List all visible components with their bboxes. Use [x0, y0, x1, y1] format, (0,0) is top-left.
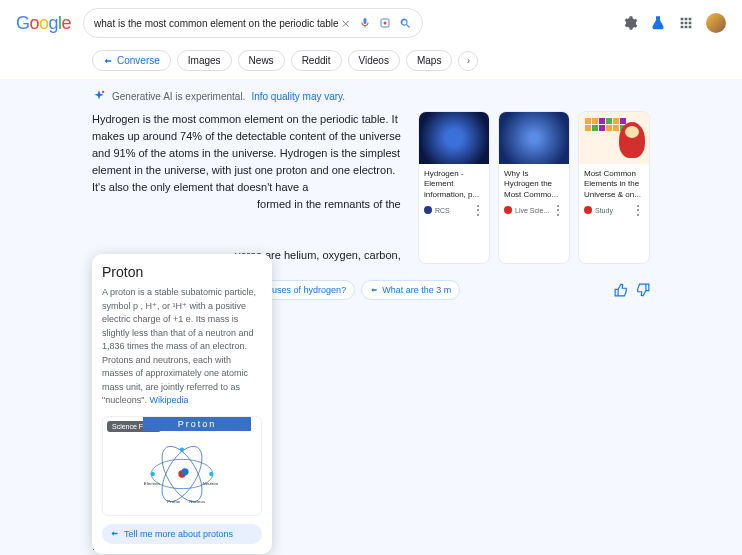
search-input[interactable] [94, 18, 340, 29]
google-logo[interactable]: Google [16, 13, 71, 34]
source-card[interactable]: Why Is Hydrogen the Most Commo... Live S… [498, 111, 570, 264]
header: Google [0, 0, 742, 46]
avatar[interactable] [706, 13, 726, 33]
chip-images[interactable]: Images [177, 50, 232, 71]
card-menu-icon[interactable]: ⋮ [632, 203, 644, 217]
ai-answer-text: Hydrogen is the most common element on t… [92, 111, 402, 264]
main-content: Generative AI is experimental. Info qual… [0, 79, 742, 555]
filter-chips: Converse Images News Reddit Videos Maps … [0, 46, 742, 75]
sparkle-icon [92, 89, 106, 103]
mic-icon[interactable] [359, 17, 371, 29]
search-box[interactable] [83, 8, 423, 38]
card-thumbnail [499, 112, 569, 164]
image-title: Proton [143, 417, 251, 431]
generative-header: Generative AI is experimental. Info qual… [92, 89, 650, 103]
card-title: Why Is Hydrogen the Most Commo... [499, 164, 569, 200]
card-thumbnail [419, 112, 489, 164]
popover-body: A proton is a stable subatomic particle,… [102, 286, 262, 408]
chip-videos[interactable]: Videos [348, 50, 400, 71]
gear-icon[interactable] [622, 15, 638, 31]
card-title: Hydrogen - Element information, p... [419, 164, 489, 200]
chip-reddit[interactable]: Reddit [291, 50, 342, 71]
clear-icon[interactable] [340, 18, 351, 29]
card-title: Most Common Elements in the Universe & o… [579, 164, 649, 200]
source-card[interactable]: Hydrogen - Element information, p... RCS… [418, 111, 490, 264]
entity-popover: Proton A proton is a stable subatomic pa… [92, 254, 272, 554]
atom-diagram: Electron Neutron Proton Nucleus [137, 441, 227, 507]
more-filters-icon[interactable]: › [458, 51, 478, 71]
card-menu-icon[interactable]: ⋮ [472, 203, 484, 217]
svg-point-9 [209, 471, 213, 475]
source-cards: Hydrogen - Element information, p... RCS… [418, 111, 650, 264]
tell-me-more-button[interactable]: Tell me more about protons [102, 524, 262, 544]
card-thumbnail [579, 112, 649, 164]
search-icon[interactable] [399, 17, 412, 30]
gen-exp-text: Generative AI is experimental. [112, 91, 245, 102]
chip-news[interactable]: News [238, 50, 285, 71]
svg-text:Proton: Proton [167, 499, 180, 504]
chip-converse[interactable]: Converse [92, 50, 171, 71]
svg-text:Electron: Electron [144, 481, 161, 486]
lens-icon[interactable] [379, 17, 391, 29]
svg-point-1 [384, 22, 387, 25]
header-actions [622, 13, 726, 33]
apps-icon[interactable] [678, 15, 694, 31]
svg-point-2 [102, 91, 104, 93]
thumbs-up-icon[interactable] [614, 283, 628, 297]
popover-image: Science Facts Proton Electron Neutron Pr… [102, 416, 262, 516]
card-menu-icon[interactable]: ⋮ [552, 203, 564, 217]
related-chip[interactable]: What are the 3 m [361, 280, 460, 300]
chip-maps[interactable]: Maps [406, 50, 452, 71]
info-quality-link[interactable]: Info quality may vary. [251, 91, 345, 102]
labs-icon[interactable] [650, 15, 666, 31]
popover-title: Proton [102, 264, 262, 280]
wikipedia-link[interactable]: Wikipedia [149, 395, 188, 405]
svg-text:Neutron: Neutron [203, 481, 219, 486]
svg-point-8 [150, 471, 154, 475]
svg-point-10 [180, 447, 184, 451]
thumbs-down-icon[interactable] [636, 283, 650, 297]
source-card[interactable]: Most Common Elements in the Universe & o… [578, 111, 650, 264]
svg-point-7 [181, 468, 188, 475]
svg-text:Nucleus: Nucleus [189, 499, 206, 504]
